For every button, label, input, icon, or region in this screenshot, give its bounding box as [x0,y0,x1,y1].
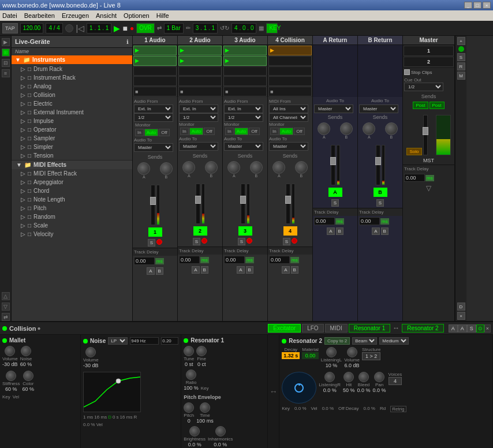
res1-time-knob[interactable] [200,402,210,413]
play-btn[interactable]: ▶ [2,38,10,46]
solo-btn-a[interactable]: S [331,199,339,207]
channel-select-3[interactable]: 1/2 [224,113,263,122]
monitor-off-2[interactable]: Off [204,128,215,135]
sidebar-category-midi-effects[interactable]: ▼ 📁 MIDI Effects [12,160,132,169]
solo-btn-b[interactable]: S [376,199,384,207]
monitor-in-3[interactable]: In [225,128,234,135]
res2-listening-l-knob[interactable] [326,347,337,357]
sidebar-item-tension[interactable]: ▷ □ Tension [12,151,132,160]
monitor-in-4[interactable]: In [270,128,279,135]
delay-input-2[interactable] [179,256,200,264]
sidebar-item-collision[interactable]: ▷ □ Collision [12,91,132,99]
key-display[interactable]: KEY [266,23,278,33]
res1-pitch-knob[interactable] [184,402,194,413]
sidebar-item-drum-rack[interactable]: ▷ □ Drum Rack [12,65,132,73]
audio-to-select-3[interactable]: Master [224,142,263,151]
sidebar-item-scale[interactable]: ▷ □ Scale [12,221,132,230]
channel-select-2[interactable]: 1/2 [179,113,218,122]
res2-type-select[interactable]: Beam [352,337,377,345]
noise-type-select[interactable]: LPHP [108,337,128,345]
clip-2-3[interactable] [178,66,222,76]
mixer-btn[interactable]: ≡ [2,69,10,77]
cue-out-select[interactable]: 1/2 [404,83,443,91]
b-btn-1[interactable]: B [156,267,163,275]
res2-volume-knob[interactable] [347,347,357,357]
knob-b-3[interactable] [250,161,263,174]
tap-button[interactable]: TAP [2,23,18,33]
knob-b-4[interactable] [295,161,308,174]
clip-2-5[interactable]: ■ [178,87,222,96]
pencil-icon[interactable]: ✏ [186,25,191,31]
solo-master-btn[interactable]: Solo [406,148,421,155]
monitor-in-2[interactable]: In [180,128,189,135]
channel-select-1[interactable]: 1/2 [134,113,173,122]
monitor-off-3[interactable]: Off [249,128,260,135]
track-number-b[interactable]: B [374,188,387,197]
sidebar-info-icon[interactable]: ℹ [126,39,129,45]
right-s-btn[interactable]: S [457,53,465,61]
sidebar-item-chord[interactable]: ▷ □ Chord [12,186,132,195]
mallet-stiffness-knob[interactable] [6,371,16,381]
solo-btn-3[interactable]: S [238,238,245,245]
audio-to-select-4[interactable]: Master [269,142,308,151]
clip-3-1[interactable]: ▶ [223,46,267,55]
clips-btn[interactable]: ⊞ [2,48,10,57]
monitor-auto-3[interactable]: Auto [234,128,248,135]
track-number-3[interactable]: 3 [238,226,252,236]
fader-handle-3[interactable] [240,196,246,204]
noise-d-btn[interactable]: D [108,415,111,420]
audio-from-select-2[interactable]: Ext. In [179,104,218,113]
stop-clips-label[interactable]: Stop Clips [411,70,432,75]
noise-q-input[interactable] [161,337,178,345]
res2-retrig-label[interactable]: Retrig [390,406,406,412]
right-m-btn[interactable]: M [457,72,465,80]
res2-structure-value[interactable]: 1 > 2 [362,352,380,360]
res1-led[interactable] [184,338,188,343]
audio-to-select-a[interactable]: Master [314,104,353,113]
right-btn-1[interactable]: + [457,37,465,45]
noise-volume-knob[interactable] [85,347,96,357]
delay-input-4[interactable] [269,256,290,264]
sidebar-item-velocity[interactable]: ▷ □ Velocity [12,230,132,238]
res1-brightness-knob[interactable] [189,426,200,436]
delay-input-b[interactable] [359,217,380,225]
res2-pan-knob[interactable] [374,372,384,382]
res2-voices-value[interactable]: 4 [389,377,402,385]
device-s-btn[interactable]: S [467,324,476,333]
menu-datei[interactable]: Datei [2,12,17,19]
knob-a-4[interactable] [272,161,285,174]
record-btn[interactable] [65,24,73,32]
knob-a-2[interactable] [182,161,195,174]
fader-handle-4[interactable] [285,196,291,204]
right-x-btn[interactable]: × [457,312,465,320]
delay-input-a[interactable] [314,217,335,225]
delay-input-1[interactable] [134,257,155,265]
res2-mode-select[interactable]: Medium [379,337,409,345]
monitor-off-1[interactable]: Off [159,129,170,136]
arm-btn-4[interactable] [292,238,297,244]
fader-handle-master[interactable] [423,127,428,135]
clip-4-3[interactable] [268,66,312,76]
clip-1-5[interactable]: ■ [133,87,177,96]
sidebar-item-electric[interactable]: ▷ □ Electric [12,99,132,108]
res2-decay-value[interactable]: 1.32 s [282,352,300,359]
copy-to-2-btn[interactable]: Copy to 2 [324,337,350,345]
play-icon[interactable]: ▶ [114,24,120,33]
audio-to-select-b[interactable]: Master [359,104,398,113]
track-number-1[interactable]: 1 [148,227,162,237]
io-btn[interactable]: ⇄ [2,313,10,321]
sidebar-item-pitch[interactable]: ▷ □ Pitch [12,204,132,212]
clip-1-3[interactable] [133,66,177,76]
monitor-in-1[interactable]: In [135,129,144,136]
loop-arrows-icon[interactable]: ↺↻ [220,25,229,31]
sidebar-item-sampler[interactable]: ▷ □ Sampler [12,134,132,143]
res2-listening-r-knob[interactable] [324,372,335,382]
delay-input-master[interactable] [404,174,425,182]
clip-3-4[interactable] [223,76,267,86]
knob-a-1[interactable] [137,162,150,175]
device-on-btn[interactable]: ⊙ [476,324,484,333]
bpm-display[interactable]: 120.00 [20,23,44,33]
midi-from-select-4[interactable]: All Ins [269,104,308,113]
clip-4-2[interactable] [268,56,312,66]
window-controls[interactable]: _ □ × [464,2,491,9]
